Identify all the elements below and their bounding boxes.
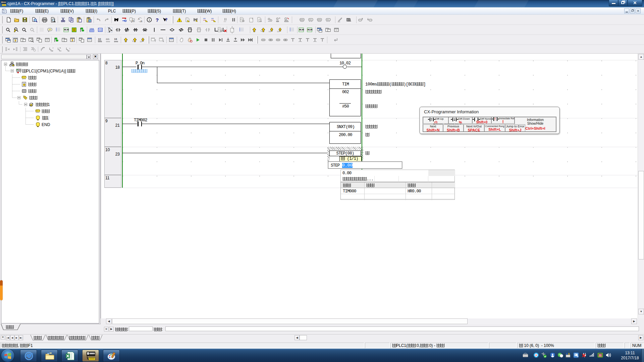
svg-text:0/0: 0/0 — [140, 41, 142, 43]
svg-text:H-H: H-H — [64, 28, 69, 31]
svg-text:6: 6 — [568, 352, 570, 355]
svg-text:10: 10 — [98, 38, 101, 41]
svg-text:16: 16 — [114, 38, 117, 41]
svg-text:0/0: 0/0 — [338, 21, 340, 22]
svg-text:0/0: 0/0 — [224, 20, 226, 22]
svg-text:0/0: 0/0 — [269, 31, 271, 33]
svg-text:H-H: H-H — [299, 28, 304, 31]
svg-text:!: ! — [495, 117, 496, 121]
svg-text:B: B — [132, 19, 134, 22]
svg-text:CI: CI — [99, 28, 102, 32]
svg-text:0/0: 0/0 — [277, 31, 279, 33]
svg-text:?: ? — [156, 17, 159, 22]
svg-text:B: B — [141, 20, 142, 22]
svg-text:?: ? — [165, 17, 167, 22]
svg-text:H-H: H-H — [308, 28, 312, 31]
